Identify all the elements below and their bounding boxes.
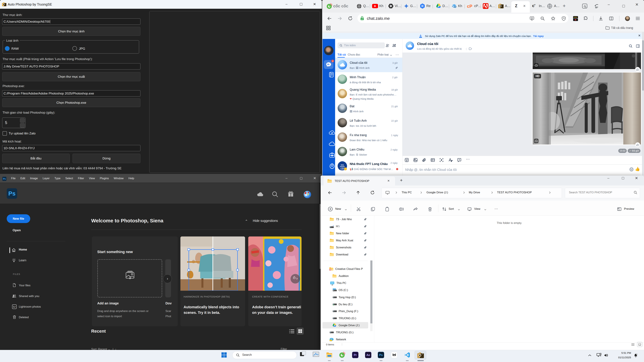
svg-text:?: ? — [332, 225, 334, 227]
svg-text:R: R — [422, 4, 424, 8]
svg-text:z: z — [636, 354, 637, 355]
